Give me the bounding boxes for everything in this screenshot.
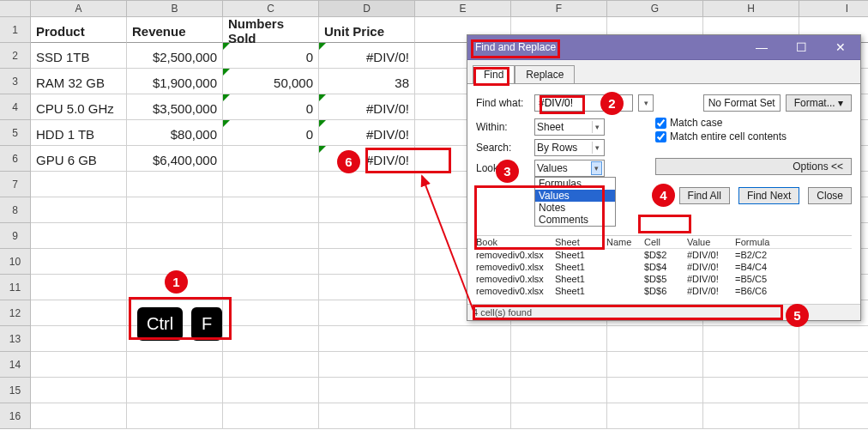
within-select[interactable]: Sheet▾ (534, 118, 605, 136)
col-sheet[interactable]: Sheet (555, 237, 606, 247)
cell-D14[interactable] (319, 352, 415, 378)
row-label[interactable]: 13 (0, 326, 31, 352)
cell-I15[interactable] (799, 378, 868, 403)
cell-B5[interactable]: $80,000 (127, 120, 223, 146)
cell-A15[interactable] (31, 378, 127, 403)
row-label[interactable]: 1 (0, 17, 31, 43)
cell-C5[interactable]: 0 (223, 120, 319, 146)
cell-B1[interactable]: Revenue (127, 17, 223, 43)
cell-B8[interactable] (127, 197, 223, 223)
lookin-opt-values[interactable]: Values (535, 190, 615, 202)
cell-A4[interactable]: CPU 5.0 GHz (31, 94, 127, 120)
col-I[interactable]: I (799, 1, 868, 16)
row-label[interactable]: 10 (0, 249, 31, 275)
result-row[interactable]: removediv0.xlsxSheet1$D$5#DIV/0!=B5/C5 (476, 273, 852, 285)
cell-C6[interactable] (223, 146, 319, 172)
cell-G14[interactable] (607, 352, 703, 378)
cell-B16[interactable] (127, 403, 223, 429)
close-button[interactable]: ✕ (821, 35, 860, 59)
cell-B7[interactable] (127, 172, 223, 197)
cell-A12[interactable] (31, 300, 127, 326)
row-label[interactable]: 8 (0, 197, 31, 223)
minimize-button[interactable]: — (742, 35, 781, 59)
cell-B9[interactable] (127, 223, 223, 249)
cell-A14[interactable] (31, 352, 127, 378)
cell-H13[interactable] (703, 326, 799, 352)
cell-B14[interactable] (127, 352, 223, 378)
cell-D2[interactable]: #DIV/0! (319, 43, 415, 69)
row-label[interactable]: 7 (0, 172, 31, 197)
dialog-titlebar[interactable]: Find and Replace — ☐ ✕ (467, 35, 860, 60)
cell-C14[interactable] (223, 352, 319, 378)
tab-replace[interactable]: Replace (515, 65, 575, 83)
cell-C16[interactable] (223, 403, 319, 429)
col-H[interactable]: H (703, 1, 799, 16)
row-label[interactable]: 2 (0, 43, 31, 69)
cell-A5[interactable]: HDD 1 TB (31, 120, 127, 146)
cell-C9[interactable] (223, 223, 319, 249)
row-label[interactable]: 9 (0, 223, 31, 249)
cell-D16[interactable] (319, 403, 415, 429)
cell-C15[interactable] (223, 378, 319, 403)
cell-H16[interactable] (703, 403, 799, 429)
row-label[interactable]: 6 (0, 146, 31, 172)
cell-C1[interactable]: Numbers Sold (223, 17, 319, 43)
lookin-opt-notes[interactable]: Notes (535, 202, 615, 214)
cell-B3[interactable]: $1,900,000 (127, 69, 223, 94)
cell-A3[interactable]: RAM 32 GB (31, 69, 127, 94)
cell-C10[interactable] (223, 249, 319, 275)
result-row[interactable]: removediv0.xlsxSheet1$D$4#DIV/0!=B4/C4 (476, 261, 852, 273)
cell-F16[interactable] (511, 403, 607, 429)
col-B[interactable]: B (127, 1, 223, 16)
cell-D9[interactable] (319, 223, 415, 249)
cell-A16[interactable] (31, 403, 127, 429)
maximize-button[interactable]: ☐ (781, 35, 821, 59)
cell-C13[interactable] (223, 326, 319, 352)
cell-C4[interactable]: 0 (223, 94, 319, 120)
lookin-opt-comments[interactable]: Comments (535, 214, 615, 226)
result-row[interactable]: removediv0.xlsxSheet1$D$6#DIV/0!=B6/C6 (476, 285, 852, 297)
match-entire-checkbox[interactable]: Match entire cell contents (655, 130, 852, 142)
cell-A8[interactable] (31, 197, 127, 223)
cell-A2[interactable]: SSD 1TB (31, 43, 127, 69)
row-label[interactable]: 14 (0, 352, 31, 378)
cell-C12[interactable] (223, 300, 319, 326)
lookin-select[interactable]: Values▾ (534, 160, 605, 177)
lookin-opt-formulas[interactable]: Formulas (535, 178, 615, 190)
row-label[interactable]: 4 (0, 94, 31, 120)
options-button[interactable]: Options << (655, 158, 852, 175)
cell-C8[interactable] (223, 197, 319, 223)
col-name[interactable]: Name (606, 237, 644, 247)
cell-H14[interactable] (703, 352, 799, 378)
cell-D10[interactable] (319, 249, 415, 275)
row-label[interactable]: 12 (0, 300, 31, 326)
cell-E13[interactable] (415, 326, 511, 352)
col-cell[interactable]: Cell (644, 237, 687, 247)
col-A[interactable]: A (31, 1, 127, 16)
cell-I16[interactable] (799, 403, 868, 429)
cell-D3[interactable]: 38 (319, 69, 415, 94)
result-row[interactable]: removediv0.xlsxSheet1$D$2#DIV/0!=B2/C2 (476, 249, 852, 261)
cell-E15[interactable] (415, 378, 511, 403)
cell-C11[interactable] (223, 275, 319, 300)
cell-E16[interactable] (415, 403, 511, 429)
cell-C2[interactable]: 0 (223, 43, 319, 69)
cell-A13[interactable] (31, 326, 127, 352)
find-all-button[interactable]: Find All (679, 187, 730, 204)
cell-D5[interactable]: #DIV/0! (319, 120, 415, 146)
cell-D11[interactable] (319, 275, 415, 300)
cell-G16[interactable] (607, 403, 703, 429)
cell-G13[interactable] (607, 326, 703, 352)
cell-H15[interactable] (703, 378, 799, 403)
cell-B4[interactable]: $3,500,000 (127, 94, 223, 120)
cell-D1[interactable]: Unit Price (319, 17, 415, 43)
col-E[interactable]: E (415, 1, 511, 16)
cell-B15[interactable] (127, 378, 223, 403)
cell-I13[interactable] (799, 326, 868, 352)
cell-I14[interactable] (799, 352, 868, 378)
row-label[interactable]: 16 (0, 403, 31, 429)
cell-A1[interactable]: Product (31, 17, 127, 43)
find-next-button[interactable]: Find Next (738, 187, 799, 204)
col-D[interactable]: D (319, 1, 415, 16)
row-label[interactable]: 11 (0, 275, 31, 300)
